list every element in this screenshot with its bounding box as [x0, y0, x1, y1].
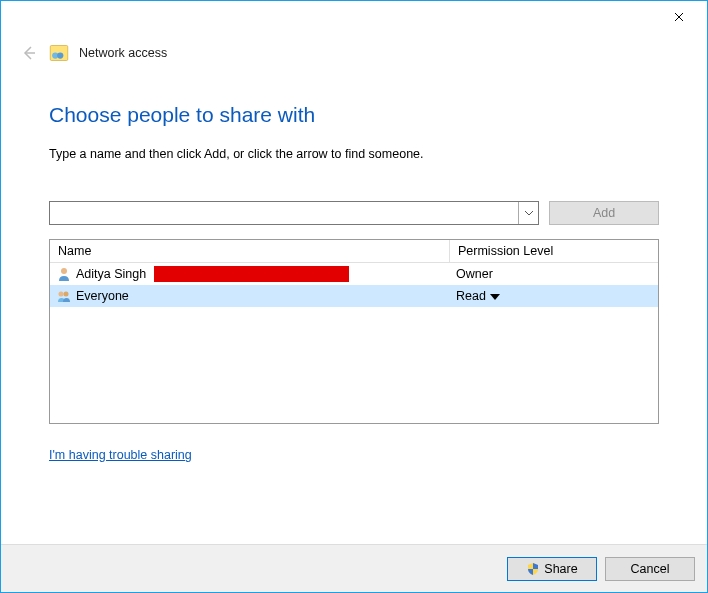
input-row: Add	[49, 201, 659, 225]
page-heading: Choose people to share with	[49, 103, 659, 127]
svg-point-2	[57, 52, 63, 58]
footer: Share Cancel	[1, 544, 707, 592]
user-name-label: Everyone	[76, 289, 129, 303]
content-area: Choose people to share with Type a name …	[1, 63, 707, 544]
header-title: Network access	[79, 46, 167, 60]
instruction-text: Type a name and then click Add, or click…	[49, 147, 659, 161]
help-link[interactable]: I'm having trouble sharing	[49, 448, 192, 462]
column-header-permission[interactable]: Permission Level	[450, 240, 658, 262]
table-row[interactable]: Everyone Read	[50, 285, 658, 307]
close-icon	[674, 12, 684, 22]
grid-body: Aditya Singh Owner Everyone	[50, 263, 658, 423]
chevron-down-icon	[524, 208, 534, 218]
triangle-down-icon	[490, 294, 500, 300]
cell-permission[interactable]: Read	[450, 289, 658, 303]
name-combobox[interactable]	[49, 201, 539, 225]
column-header-name[interactable]: Name	[50, 240, 450, 262]
redacted-block	[154, 266, 349, 282]
permission-dropdown-arrow[interactable]	[490, 289, 500, 303]
network-access-icon	[49, 43, 69, 63]
permission-label: Owner	[456, 267, 493, 281]
combobox-arrow-button[interactable]	[518, 202, 538, 224]
share-button-label: Share	[544, 562, 577, 576]
user-icon	[56, 266, 72, 282]
svg-point-3	[61, 268, 67, 274]
permissions-grid: Name Permission Level Aditya Singh Owner	[49, 239, 659, 424]
share-button[interactable]: Share	[507, 557, 597, 581]
permission-label: Read	[456, 289, 486, 303]
user-name-label: Aditya Singh	[76, 267, 146, 281]
cell-permission: Owner	[450, 267, 658, 281]
group-icon	[56, 288, 72, 304]
cancel-button[interactable]: Cancel	[605, 557, 695, 581]
name-input[interactable]	[50, 202, 518, 224]
svg-point-4	[59, 292, 64, 297]
dialog-window: Network access Choose people to share wi…	[0, 0, 708, 593]
cell-name: Aditya Singh	[50, 266, 450, 282]
cell-name: Everyone	[50, 288, 450, 304]
grid-header: Name Permission Level	[50, 240, 658, 263]
header-row: Network access	[1, 33, 707, 63]
back-button[interactable]	[19, 43, 39, 63]
titlebar	[1, 1, 707, 33]
table-row[interactable]: Aditya Singh Owner	[50, 263, 658, 285]
back-arrow-icon	[21, 45, 37, 61]
svg-point-5	[64, 292, 69, 297]
add-button[interactable]: Add	[549, 201, 659, 225]
shield-icon	[526, 562, 540, 576]
close-button[interactable]	[659, 3, 699, 31]
cancel-button-label: Cancel	[631, 562, 670, 576]
